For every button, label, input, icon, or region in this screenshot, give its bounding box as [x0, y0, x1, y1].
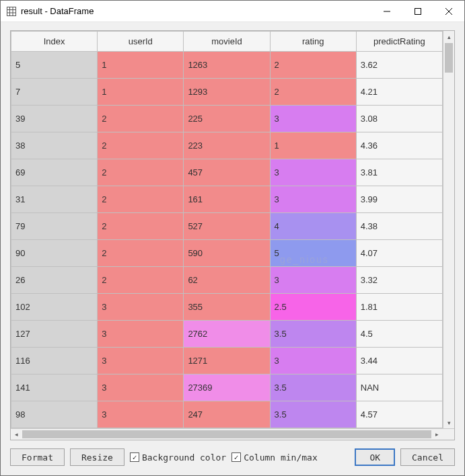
table-row[interactable]: 90259054.07 [11, 240, 443, 267]
table-cell[interactable]: 102 [11, 294, 98, 321]
table-cell[interactable]: 3 [98, 348, 184, 374]
table-cell[interactable]: 223 [184, 132, 270, 159]
table-cell[interactable]: 2 [98, 159, 184, 186]
table-cell[interactable]: 3.62 [356, 52, 442, 79]
table-cell[interactable]: 2762 [184, 321, 270, 348]
table-cell[interactable]: 225 [184, 106, 270, 132]
table-cell[interactable]: 2 [98, 186, 184, 213]
table-row[interactable]: 69245733.81 [11, 159, 443, 186]
table-cell[interactable]: 3.5 [270, 401, 356, 428]
table-cell[interactable]: 26 [11, 267, 98, 294]
background-color-checkbox[interactable]: ✓ Background color [130, 452, 226, 463]
table-cell[interactable]: 98 [11, 401, 98, 428]
cancel-button[interactable]: Cancel [400, 448, 455, 466]
table-cell[interactable]: 31 [11, 186, 98, 213]
vertical-scrollbar[interactable]: ▴ ▾ [443, 31, 454, 428]
table-cell[interactable]: 3.08 [356, 106, 442, 132]
table-cell[interactable]: 39 [11, 106, 98, 132]
table-cell[interactable]: 27369 [184, 374, 270, 401]
table-cell[interactable]: 141 [11, 374, 98, 401]
column-header[interactable]: userId [98, 32, 184, 52]
vertical-scroll-thumb[interactable] [445, 43, 453, 73]
table-cell[interactable]: 4.21 [356, 79, 442, 106]
table-cell[interactable]: 62 [184, 267, 270, 294]
table-cell[interactable]: 2 [270, 52, 356, 79]
column-header[interactable]: rating [270, 32, 356, 52]
table-row[interactable]: 2626233.32 [11, 267, 443, 294]
table-cell[interactable]: 3.99 [356, 186, 442, 213]
table-cell[interactable]: 90 [11, 240, 98, 267]
table-cell[interactable]: 4.36 [356, 132, 442, 159]
horizontal-scroll-thumb[interactable] [22, 430, 431, 438]
table-cell[interactable]: 590 [184, 240, 270, 267]
table-cell[interactable]: 2 [98, 240, 184, 267]
table-cell[interactable]: 7 [11, 79, 98, 106]
table-row[interactable]: 9832473.54.57 [11, 401, 443, 428]
table-cell[interactable]: 3.32 [356, 267, 442, 294]
table-row[interactable]: 38222314.36 [11, 132, 443, 159]
column-header[interactable]: Index [11, 32, 98, 52]
table-cell[interactable]: 3 [98, 374, 184, 401]
table-row[interactable]: 39222533.08 [11, 106, 443, 132]
table-cell[interactable]: 3 [270, 186, 356, 213]
scroll-left-icon[interactable]: ◂ [11, 429, 22, 440]
column-header[interactable]: predictRating [356, 32, 442, 52]
column-minmax-checkbox[interactable]: ✓ Column min/max [231, 452, 318, 463]
table-cell[interactable]: 79 [11, 213, 98, 240]
table-cell[interactable]: 2 [98, 106, 184, 132]
scroll-down-icon[interactable]: ▾ [443, 417, 454, 428]
table-cell[interactable]: 5 [11, 52, 98, 79]
table-cell[interactable]: 1 [98, 79, 184, 106]
table-cell[interactable]: 4 [270, 213, 356, 240]
table-cell[interactable]: 4.38 [356, 213, 442, 240]
table-cell[interactable]: 1 [98, 52, 184, 79]
table-row[interactable]: 10233552.51.81 [11, 294, 443, 321]
table-cell[interactable]: 3 [270, 106, 356, 132]
table-cell[interactable]: 127 [11, 321, 98, 348]
table-cell[interactable]: 4.57 [356, 401, 442, 428]
table-cell[interactable]: 3.5 [270, 374, 356, 401]
table-cell[interactable]: 4.5 [356, 321, 442, 348]
table-cell[interactable]: 2 [270, 79, 356, 106]
column-header[interactable]: movieId [184, 32, 270, 52]
table-cell[interactable]: 3 [270, 159, 356, 186]
table-row[interactable]: 1163127133.44 [11, 348, 443, 374]
scroll-right-icon[interactable]: ▸ [431, 429, 443, 440]
table-row[interactable]: 71129324.21 [11, 79, 443, 106]
table-cell[interactable]: 2.5 [270, 294, 356, 321]
table-cell[interactable]: 38 [11, 132, 98, 159]
table-cell[interactable]: 3 [98, 401, 184, 428]
ok-button[interactable]: OK [355, 448, 395, 466]
table-cell[interactable]: 3 [98, 294, 184, 321]
table-cell[interactable]: 527 [184, 213, 270, 240]
table-cell[interactable]: 2 [98, 213, 184, 240]
table-cell[interactable]: 116 [11, 348, 98, 374]
table-cell[interactable]: 1293 [184, 79, 270, 106]
table-cell[interactable]: 2 [98, 267, 184, 294]
minimize-button[interactable] [371, 1, 402, 22]
table-cell[interactable]: 355 [184, 294, 270, 321]
table-cell[interactable]: 3.44 [356, 348, 442, 374]
table-cell[interactable]: 1271 [184, 348, 270, 374]
table-row[interactable]: 127327623.54.5 [11, 321, 443, 348]
table-cell[interactable]: 69 [11, 159, 98, 186]
table-row[interactable]: 31216133.99 [11, 186, 443, 213]
close-button[interactable] [433, 1, 464, 22]
table-cell[interactable]: 3 [98, 321, 184, 348]
table-cell[interactable]: 4.07 [356, 240, 442, 267]
table-cell[interactable]: 457 [184, 159, 270, 186]
maximize-button[interactable] [402, 1, 433, 22]
table-cell[interactable]: 3.81 [356, 159, 442, 186]
scroll-up-icon[interactable]: ▴ [443, 31, 454, 42]
table-cell[interactable]: 247 [184, 401, 270, 428]
table-cell[interactable]: 2 [98, 132, 184, 159]
table-cell[interactable]: 5 [270, 240, 356, 267]
dataframe-grid[interactable]: IndexuserIdmovieIdratingpredictRating 51… [11, 31, 443, 428]
table-cell[interactable]: 3 [270, 348, 356, 374]
table-cell[interactable]: 3 [270, 267, 356, 294]
table-cell[interactable]: NAN [356, 374, 442, 401]
table-row[interactable]: 1413273693.5NAN [11, 374, 443, 401]
resize-button[interactable]: Resize [70, 448, 124, 466]
table-cell[interactable]: 161 [184, 186, 270, 213]
horizontal-scrollbar[interactable]: ◂ ▸ [11, 428, 454, 440]
